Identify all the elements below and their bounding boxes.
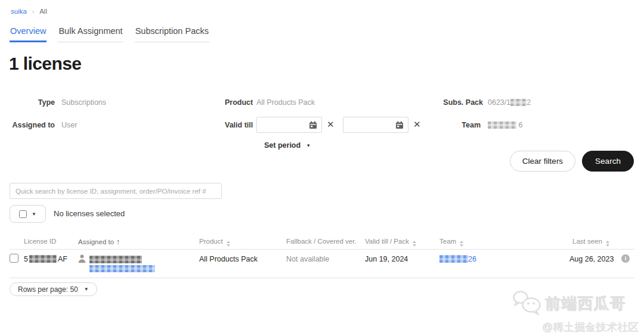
redacted-license-id bbox=[29, 255, 57, 263]
breadcrumb-root-link[interactable]: suika bbox=[11, 8, 27, 15]
column-header-label: Product bbox=[199, 238, 223, 245]
sort-icon bbox=[606, 241, 609, 247]
breadcrumb-separator-icon: › bbox=[32, 8, 34, 15]
valid-till-from-input[interactable] bbox=[257, 117, 305, 132]
set-period-dropdown[interactable]: Set period ▼ bbox=[264, 141, 311, 150]
redacted-subs-pack bbox=[510, 99, 527, 106]
last-seen-cell: Aug 26, 2023 bbox=[569, 255, 614, 263]
column-header-label: License ID bbox=[24, 238, 56, 245]
redacted-assignee-email-link[interactable] bbox=[89, 265, 155, 272]
chevron-down-icon: ▼ bbox=[306, 143, 311, 148]
clear-filters-button[interactable]: Clear filters bbox=[510, 151, 575, 172]
column-header-last-seen[interactable]: Last seen bbox=[572, 238, 609, 247]
valid-till-to-input[interactable] bbox=[343, 117, 391, 132]
subs-pack-value-prefix: 0623/1 bbox=[488, 98, 510, 107]
select-all-dropdown[interactable]: ▼ bbox=[10, 205, 46, 223]
filter-team-value[interactable]: 6 bbox=[488, 121, 522, 129]
search-button[interactable]: Search bbox=[582, 151, 634, 172]
rows-per-page-dropdown[interactable]: Rows per page: 50 ▼ bbox=[10, 282, 97, 296]
watermark-community: @稀土掘金技术社区 bbox=[512, 320, 639, 333]
product-cell: All Products Pack bbox=[199, 255, 258, 263]
sort-icon bbox=[413, 241, 416, 247]
tab-subscription-packs[interactable]: Subscription Packs bbox=[135, 26, 209, 42]
quick-search-input[interactable] bbox=[10, 183, 222, 199]
column-header-label: Valid till / Pack bbox=[365, 238, 409, 245]
redacted-assignee-name bbox=[89, 256, 142, 263]
filter-product-value[interactable]: All Products Pack bbox=[256, 98, 315, 107]
select-all-checkbox[interactable] bbox=[19, 210, 27, 218]
license-id-cell: 5AF bbox=[24, 255, 67, 263]
filter-team-label: Team bbox=[442, 121, 481, 129]
column-header-label: Team bbox=[439, 238, 456, 245]
table-row-divider bbox=[10, 278, 634, 278]
filter-subs-pack-label: Subs. Pack bbox=[442, 98, 483, 107]
watermark-author: 前端西瓜哥 bbox=[546, 294, 626, 315]
sort-ascending-icon: ↑ bbox=[116, 238, 120, 246]
filter-product-label: Product bbox=[225, 98, 253, 107]
team-name-suffix: 26 bbox=[468, 255, 476, 263]
filter-type-value[interactable]: Subscriptions bbox=[61, 98, 106, 107]
sort-icon bbox=[227, 241, 230, 247]
calendar-icon[interactable] bbox=[395, 121, 404, 132]
set-period-label: Set period bbox=[264, 141, 301, 150]
filter-type-label: Type bbox=[12, 98, 55, 107]
team-value-suffix: 6 bbox=[518, 121, 522, 129]
selection-status: No licenses selected bbox=[54, 209, 125, 218]
column-header-label: Last seen bbox=[572, 238, 602, 245]
table-header-divider bbox=[10, 249, 634, 250]
column-header-license-id[interactable]: License ID bbox=[24, 238, 56, 245]
column-header-label: Fallback / Covered ver. bbox=[286, 238, 357, 245]
license-id-suffix: AF bbox=[58, 255, 67, 263]
team-link[interactable]: 26 bbox=[439, 255, 476, 263]
valid-till-to-field bbox=[343, 117, 408, 133]
chevron-down-icon: ▼ bbox=[84, 287, 89, 292]
filter-assigned-to-label: Assigned to bbox=[12, 121, 55, 129]
redacted-team-filter bbox=[488, 122, 516, 129]
license-management-page: suika › All Overview Bulk Assignment Sub… bbox=[0, 0, 644, 333]
license-id-prefix: 5 bbox=[24, 255, 28, 263]
tab-bulk-assignment[interactable]: Bulk Assignment bbox=[58, 26, 123, 42]
column-header-team[interactable]: Team bbox=[439, 238, 463, 247]
filter-assigned-to-value[interactable]: User bbox=[61, 121, 77, 129]
watermark: 前端西瓜哥 @稀土掘金技术社区 bbox=[512, 290, 639, 333]
column-header-valid-till[interactable]: Valid till / Pack bbox=[365, 238, 416, 247]
calendar-icon[interactable] bbox=[309, 121, 317, 132]
column-header-assigned-to[interactable]: Assigned to↑ bbox=[78, 238, 120, 246]
column-header-product[interactable]: Product bbox=[199, 238, 230, 247]
valid-till-from-field bbox=[256, 117, 322, 133]
chevron-down-icon: ▼ bbox=[32, 211, 36, 217]
breadcrumb: suika › All bbox=[11, 8, 47, 15]
filter-subs-pack-value[interactable]: 0623/12 bbox=[488, 98, 531, 107]
tab-bar: Overview Bulk Assignment Subscription Pa… bbox=[10, 26, 209, 42]
clear-date-from-icon[interactable]: ✕ bbox=[327, 120, 335, 129]
valid-till-cell: Jun 19, 2024 bbox=[365, 255, 408, 263]
rows-per-page-label: Rows per page: 50 bbox=[18, 285, 78, 294]
quick-search-field bbox=[10, 183, 222, 199]
info-icon[interactable]: i bbox=[621, 254, 630, 263]
user-avatar-icon bbox=[78, 254, 86, 266]
filter-valid-till-label: Valid till bbox=[225, 121, 253, 129]
redacted-team-name bbox=[439, 255, 468, 263]
column-header-label: Assigned to bbox=[78, 238, 114, 245]
page-title: 1 license bbox=[9, 54, 81, 74]
subs-pack-value-suffix: 2 bbox=[527, 98, 531, 107]
column-header-fallback[interactable]: Fallback / Covered ver. bbox=[286, 238, 357, 245]
sort-icon bbox=[460, 241, 463, 247]
row-checkbox[interactable] bbox=[10, 254, 18, 263]
breadcrumb-current: All bbox=[39, 8, 47, 15]
clear-date-to-icon[interactable]: ✕ bbox=[413, 120, 421, 129]
wechat-bubbles-icon bbox=[512, 290, 543, 318]
fallback-cell: Not available bbox=[286, 255, 329, 263]
tab-overview[interactable]: Overview bbox=[10, 26, 47, 42]
